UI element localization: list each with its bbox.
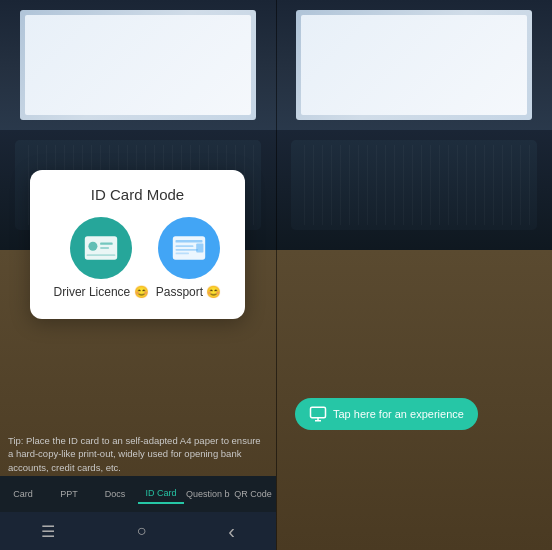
home-icon[interactable] bbox=[137, 522, 147, 540]
driver-licence-icon-bg bbox=[70, 217, 132, 279]
passport-option[interactable]: Passport 😊 bbox=[156, 217, 222, 299]
left-bottom-nav bbox=[0, 512, 276, 550]
driver-licence-emoji: 😊 bbox=[134, 285, 149, 299]
passport-emoji: 😊 bbox=[206, 285, 221, 299]
driver-licence-card-icon bbox=[83, 234, 119, 262]
svg-rect-10 bbox=[196, 244, 203, 253]
svg-rect-4 bbox=[87, 254, 116, 256]
tab-id-card[interactable]: ID Card bbox=[138, 484, 184, 504]
tap-experience-banner[interactable]: Tap here for an experience bbox=[295, 398, 478, 430]
menu-icon[interactable] bbox=[41, 522, 55, 541]
laptop-screen-content bbox=[20, 10, 256, 120]
id-card-dialog: ID Card Mode Driver Licence bbox=[30, 170, 245, 319]
keyboard-keys-right bbox=[291, 140, 537, 230]
laptop-keyboard-right bbox=[276, 130, 552, 250]
svg-rect-6 bbox=[175, 240, 202, 243]
dialog-title: ID Card Mode bbox=[50, 186, 225, 203]
tab-qr-code[interactable]: QR Code bbox=[230, 485, 276, 503]
passport-card-icon bbox=[171, 234, 207, 262]
svg-rect-7 bbox=[175, 245, 193, 247]
tab-card[interactable]: Card bbox=[0, 485, 46, 503]
right-panel: Tap here for an experience bbox=[276, 0, 552, 550]
left-panel: ID Card Mode Driver Licence bbox=[0, 0, 276, 550]
svg-rect-2 bbox=[100, 243, 113, 245]
back-icon[interactable] bbox=[228, 520, 235, 543]
left-bottom-tabs: Card PPT Docs ID Card Question book QR C… bbox=[0, 476, 276, 512]
svg-rect-8 bbox=[175, 249, 198, 251]
svg-rect-9 bbox=[175, 253, 189, 255]
tip-text: Tip: Place the ID card to an self-adapte… bbox=[8, 434, 263, 474]
tab-docs[interactable]: Docs bbox=[92, 485, 138, 503]
tab-question-book[interactable]: Question book bbox=[184, 485, 230, 503]
tab-ppt[interactable]: PPT bbox=[46, 485, 92, 503]
svg-point-1 bbox=[88, 242, 97, 251]
panel-divider bbox=[276, 0, 277, 550]
main-view: ID Card Mode Driver Licence bbox=[0, 0, 552, 550]
svg-rect-11 bbox=[311, 407, 326, 418]
driver-licence-label: Driver Licence 😊 bbox=[54, 285, 149, 299]
passport-label: Passport 😊 bbox=[156, 285, 222, 299]
tap-banner-icon bbox=[309, 405, 327, 423]
driver-licence-option[interactable]: Driver Licence 😊 bbox=[54, 217, 149, 299]
camera-background-right bbox=[276, 0, 552, 550]
laptop-screen-content-right bbox=[296, 10, 532, 120]
tap-banner-text: Tap here for an experience bbox=[333, 408, 464, 420]
svg-rect-3 bbox=[100, 247, 109, 249]
passport-icon-bg bbox=[158, 217, 220, 279]
dialog-options: Driver Licence 😊 bbox=[50, 217, 225, 299]
